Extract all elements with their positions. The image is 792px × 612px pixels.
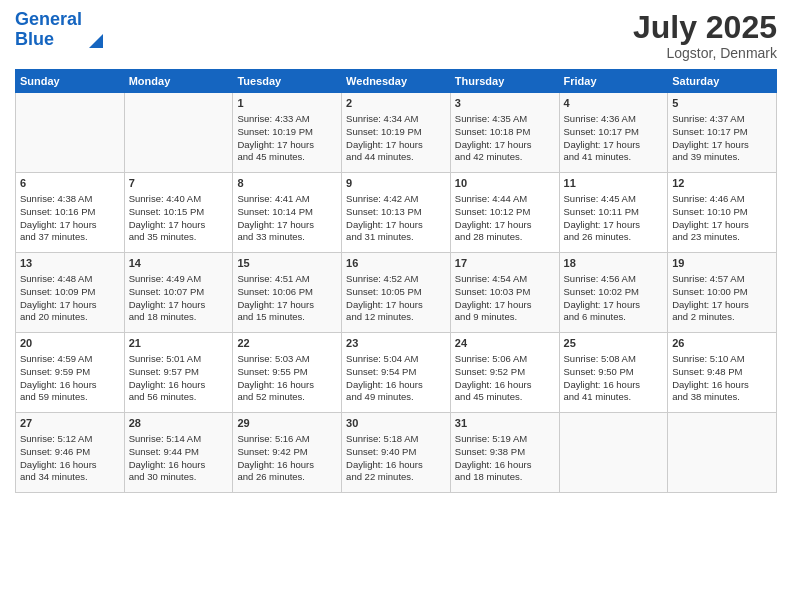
logo-general: General xyxy=(15,9,82,29)
day-number: 23 xyxy=(346,336,446,351)
empty-cell xyxy=(16,93,125,173)
day-cell-8: 8Sunrise: 4:41 AMSunset: 10:14 PMDayligh… xyxy=(233,173,342,253)
day-cell-26: 26Sunrise: 5:10 AMSunset: 9:48 PMDayligh… xyxy=(668,333,777,413)
day-number: 2 xyxy=(346,96,446,111)
logo-blue: Blue xyxy=(15,29,54,49)
day-cell-30: 30Sunrise: 5:18 AMSunset: 9:40 PMDayligh… xyxy=(342,413,451,493)
day-number: 7 xyxy=(129,176,229,191)
col-header-sunday: Sunday xyxy=(16,70,125,93)
day-number: 17 xyxy=(455,256,555,271)
day-number: 3 xyxy=(455,96,555,111)
day-cell-31: 31Sunrise: 5:19 AMSunset: 9:38 PMDayligh… xyxy=(450,413,559,493)
day-number: 20 xyxy=(20,336,120,351)
day-number: 14 xyxy=(129,256,229,271)
col-header-friday: Friday xyxy=(559,70,668,93)
day-cell-25: 25Sunrise: 5:08 AMSunset: 9:50 PMDayligh… xyxy=(559,333,668,413)
col-header-saturday: Saturday xyxy=(668,70,777,93)
day-cell-5: 5Sunrise: 4:37 AMSunset: 10:17 PMDayligh… xyxy=(668,93,777,173)
day-cell-3: 3Sunrise: 4:35 AMSunset: 10:18 PMDayligh… xyxy=(450,93,559,173)
day-number: 13 xyxy=(20,256,120,271)
svg-marker-0 xyxy=(89,34,103,48)
day-number: 15 xyxy=(237,256,337,271)
header-row: SundayMondayTuesdayWednesdayThursdayFrid… xyxy=(16,70,777,93)
day-number: 1 xyxy=(237,96,337,111)
day-cell-9: 9Sunrise: 4:42 AMSunset: 10:13 PMDayligh… xyxy=(342,173,451,253)
col-header-thursday: Thursday xyxy=(450,70,559,93)
day-cell-7: 7Sunrise: 4:40 AMSunset: 10:15 PMDayligh… xyxy=(124,173,233,253)
calendar-table: SundayMondayTuesdayWednesdayThursdayFrid… xyxy=(15,69,777,493)
day-number: 30 xyxy=(346,416,446,431)
day-number: 12 xyxy=(672,176,772,191)
day-number: 5 xyxy=(672,96,772,111)
day-cell-11: 11Sunrise: 4:45 AMSunset: 10:11 PMDaylig… xyxy=(559,173,668,253)
day-cell-21: 21Sunrise: 5:01 AMSunset: 9:57 PMDayligh… xyxy=(124,333,233,413)
day-number: 25 xyxy=(564,336,664,351)
day-number: 16 xyxy=(346,256,446,271)
empty-cell xyxy=(559,413,668,493)
day-cell-18: 18Sunrise: 4:56 AMSunset: 10:02 PMDaylig… xyxy=(559,253,668,333)
day-cell-27: 27Sunrise: 5:12 AMSunset: 9:46 PMDayligh… xyxy=(16,413,125,493)
day-cell-2: 2Sunrise: 4:34 AMSunset: 10:19 PMDayligh… xyxy=(342,93,451,173)
day-cell-24: 24Sunrise: 5:06 AMSunset: 9:52 PMDayligh… xyxy=(450,333,559,413)
day-cell-22: 22Sunrise: 5:03 AMSunset: 9:55 PMDayligh… xyxy=(233,333,342,413)
logo-icon xyxy=(85,28,107,50)
day-cell-1: 1Sunrise: 4:33 AMSunset: 10:19 PMDayligh… xyxy=(233,93,342,173)
day-cell-13: 13Sunrise: 4:48 AMSunset: 10:09 PMDaylig… xyxy=(16,253,125,333)
day-cell-6: 6Sunrise: 4:38 AMSunset: 10:16 PMDayligh… xyxy=(16,173,125,253)
day-cell-28: 28Sunrise: 5:14 AMSunset: 9:44 PMDayligh… xyxy=(124,413,233,493)
logo-text: General Blue xyxy=(15,10,82,50)
day-number: 21 xyxy=(129,336,229,351)
day-number: 28 xyxy=(129,416,229,431)
week-row-5: 27Sunrise: 5:12 AMSunset: 9:46 PMDayligh… xyxy=(16,413,777,493)
day-cell-15: 15Sunrise: 4:51 AMSunset: 10:06 PMDaylig… xyxy=(233,253,342,333)
col-header-monday: Monday xyxy=(124,70,233,93)
day-number: 24 xyxy=(455,336,555,351)
empty-cell xyxy=(668,413,777,493)
header: General Blue July 2025 Logstor, Denmark xyxy=(15,10,777,61)
day-cell-14: 14Sunrise: 4:49 AMSunset: 10:07 PMDaylig… xyxy=(124,253,233,333)
day-cell-17: 17Sunrise: 4:54 AMSunset: 10:03 PMDaylig… xyxy=(450,253,559,333)
day-cell-23: 23Sunrise: 5:04 AMSunset: 9:54 PMDayligh… xyxy=(342,333,451,413)
title-block: July 2025 Logstor, Denmark xyxy=(633,10,777,61)
day-cell-29: 29Sunrise: 5:16 AMSunset: 9:42 PMDayligh… xyxy=(233,413,342,493)
day-cell-12: 12Sunrise: 4:46 AMSunset: 10:10 PMDaylig… xyxy=(668,173,777,253)
day-number: 22 xyxy=(237,336,337,351)
day-number: 26 xyxy=(672,336,772,351)
day-number: 19 xyxy=(672,256,772,271)
subtitle: Logstor, Denmark xyxy=(633,45,777,61)
col-header-wednesday: Wednesday xyxy=(342,70,451,93)
empty-cell xyxy=(124,93,233,173)
day-cell-19: 19Sunrise: 4:57 AMSunset: 10:00 PMDaylig… xyxy=(668,253,777,333)
logo: General Blue xyxy=(15,10,107,50)
week-row-3: 13Sunrise: 4:48 AMSunset: 10:09 PMDaylig… xyxy=(16,253,777,333)
day-number: 18 xyxy=(564,256,664,271)
day-number: 29 xyxy=(237,416,337,431)
day-number: 8 xyxy=(237,176,337,191)
page: General Blue July 2025 Logstor, Denmark … xyxy=(0,0,792,612)
col-header-tuesday: Tuesday xyxy=(233,70,342,93)
day-cell-16: 16Sunrise: 4:52 AMSunset: 10:05 PMDaylig… xyxy=(342,253,451,333)
week-row-1: 1Sunrise: 4:33 AMSunset: 10:19 PMDayligh… xyxy=(16,93,777,173)
day-number: 27 xyxy=(20,416,120,431)
day-cell-4: 4Sunrise: 4:36 AMSunset: 10:17 PMDayligh… xyxy=(559,93,668,173)
day-number: 4 xyxy=(564,96,664,111)
day-cell-10: 10Sunrise: 4:44 AMSunset: 10:12 PMDaylig… xyxy=(450,173,559,253)
month-title: July 2025 xyxy=(633,10,777,45)
day-number: 6 xyxy=(20,176,120,191)
day-number: 31 xyxy=(455,416,555,431)
day-number: 10 xyxy=(455,176,555,191)
day-number: 9 xyxy=(346,176,446,191)
day-cell-20: 20Sunrise: 4:59 AMSunset: 9:59 PMDayligh… xyxy=(16,333,125,413)
week-row-4: 20Sunrise: 4:59 AMSunset: 9:59 PMDayligh… xyxy=(16,333,777,413)
week-row-2: 6Sunrise: 4:38 AMSunset: 10:16 PMDayligh… xyxy=(16,173,777,253)
day-number: 11 xyxy=(564,176,664,191)
